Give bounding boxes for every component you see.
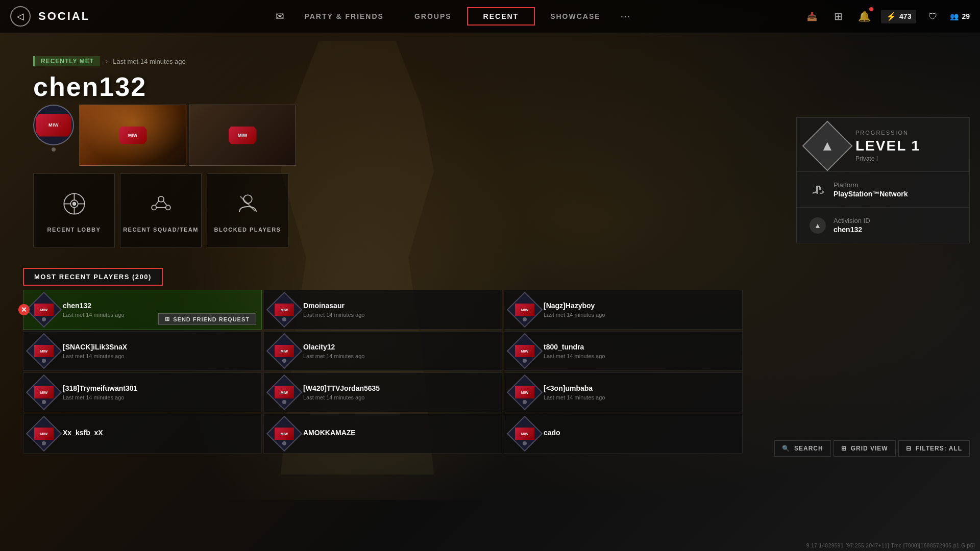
player-row[interactable]: MIW Olacity12 Last met 14 minutes ago bbox=[263, 331, 502, 371]
avatar-diamond: MIW bbox=[507, 333, 543, 369]
player-row[interactable]: MIW AMOKKAMAZE bbox=[263, 414, 502, 454]
last-met-time: Last met 14 minutes ago bbox=[113, 58, 185, 65]
shield-icon[interactable]: 🛡 bbox=[924, 7, 942, 26]
platform-section: Platform PlayStation™Network bbox=[797, 172, 969, 208]
inbox-icon[interactable]: 📥 bbox=[803, 7, 821, 26]
player-row[interactable]: MIW Xx_ksfb_xX bbox=[23, 414, 262, 454]
thumbnail-inner-1: MIW bbox=[80, 105, 186, 165]
right-toolbar: 🔍 SEARCH ⊞ GRID VIEW ⊟ FILTERS: ALL bbox=[774, 440, 970, 457]
player-row[interactable]: MIW t800_tundra Last met 14 minutes ago bbox=[504, 331, 743, 371]
currency-display: ⚡ 473 bbox=[881, 10, 916, 23]
avatar-mw-logo: MIW bbox=[34, 386, 54, 398]
player-avatar: MIW bbox=[512, 421, 537, 446]
currency-amount: 473 bbox=[899, 12, 911, 20]
progression-panel: ▲ PROGRESSION LEVEL 1 Private I Platform… bbox=[796, 117, 970, 243]
progression-level: LEVEL 1 bbox=[855, 138, 957, 154]
progression-header: ▲ PROGRESSION LEVEL 1 Private I bbox=[797, 118, 969, 172]
player-row-name: AMOKKAMAZE bbox=[303, 429, 494, 437]
nav-extra-icon[interactable]: ⋯ bbox=[616, 7, 634, 26]
player-row[interactable]: MIW [318]Trymeifuwant301 Last met 14 min… bbox=[23, 372, 262, 412]
search-label: SEARCH bbox=[794, 445, 823, 452]
player-row[interactable]: MIW Dmoinasaur Last met 14 minutes ago bbox=[263, 290, 502, 330]
grid-icon[interactable]: ⊞ bbox=[829, 7, 847, 26]
player-row[interactable]: MIW [W420]TTVJordan5635 Last met 14 minu… bbox=[263, 372, 502, 412]
game-thumbnail-2[interactable]: MIW bbox=[189, 105, 296, 166]
avatar-area: MIW bbox=[33, 105, 74, 154]
progression-info: PROGRESSION LEVEL 1 Private I bbox=[855, 130, 957, 162]
player-row-name: t800_tundra bbox=[544, 343, 734, 351]
avatar-mw-logo: MIW bbox=[34, 428, 54, 440]
player-row-name: [<3on]umbaba bbox=[544, 384, 734, 392]
player-status-dot bbox=[282, 400, 286, 404]
friend-request-icon: ⊞ bbox=[165, 316, 170, 322]
activision-icon: ▲ bbox=[810, 217, 826, 234]
deselect-button[interactable]: ✕ bbox=[18, 304, 30, 315]
game-thumbnail-1[interactable]: MIW bbox=[79, 105, 186, 166]
player-status-dot bbox=[282, 359, 286, 363]
player-row[interactable]: MIW [Nagz]Hazyboy Last met 14 minutes ag… bbox=[504, 290, 743, 330]
nav-groups[interactable]: GROUPS bbox=[399, 8, 467, 24]
player-row[interactable]: MIW [SNACK]iLik3SnaX Last met 14 minutes… bbox=[23, 331, 262, 371]
player-info: t800_tundra Last met 14 minutes ago bbox=[544, 343, 734, 359]
progression-rank: Private I bbox=[855, 155, 957, 162]
avatar-mw-logo: MIW bbox=[34, 345, 54, 357]
player-avatar: MIW bbox=[272, 380, 297, 405]
nav-recent[interactable]: RECENT bbox=[467, 7, 535, 26]
nav-party-friends[interactable]: PARTY & FRIENDS bbox=[289, 8, 399, 24]
player-row[interactable]: MIW [<3on]umbaba Last met 14 minutes ago bbox=[504, 372, 743, 412]
progression-label: PROGRESSION bbox=[855, 130, 957, 136]
search-button[interactable]: 🔍 SEARCH bbox=[774, 440, 831, 457]
player-row-time: Last met 14 minutes ago bbox=[303, 312, 494, 318]
notification-icon[interactable]: 🔔 bbox=[855, 7, 873, 26]
avatar-diamond: MIW bbox=[507, 374, 543, 411]
player-status-dot bbox=[42, 400, 46, 404]
player-avatar: MIW bbox=[272, 421, 297, 446]
player-info: Olacity12 Last met 14 minutes ago bbox=[303, 343, 494, 359]
player-count-display: 👥 29 bbox=[950, 12, 970, 20]
player-row-name: Olacity12 bbox=[303, 343, 494, 351]
playstation-icon bbox=[810, 182, 826, 198]
grid-view-button[interactable]: ⊞ GRID VIEW bbox=[834, 440, 896, 457]
action-blocked-players[interactable]: BLOCKED PLAYERS bbox=[207, 173, 288, 247]
player-status-dot bbox=[42, 317, 46, 321]
svg-point-13 bbox=[243, 195, 252, 204]
player-row-name: chen132 bbox=[63, 302, 254, 310]
action-recent-lobby[interactable]: RECENT LOBBY bbox=[33, 173, 115, 247]
nav-messages-icon[interactable]: ✉ bbox=[271, 7, 289, 26]
player-row-time: Last met 14 minutes ago bbox=[544, 312, 734, 318]
activision-label: Activision ID bbox=[834, 217, 870, 224]
svg-point-8 bbox=[152, 205, 156, 210]
player-status-dot bbox=[42, 359, 46, 363]
avatar-diamond: MIW bbox=[266, 292, 303, 328]
svg-point-9 bbox=[165, 205, 170, 210]
avatar-diamond: MIW bbox=[507, 416, 543, 452]
most-recent-tab[interactable]: MOST RECENT PLAYERS (200) bbox=[23, 268, 163, 286]
recent-squad-label: RECENT SQUAD/TEAM bbox=[123, 227, 199, 233]
section-header: MOST RECENT PLAYERS (200) bbox=[23, 268, 766, 286]
action-recent-squad[interactable]: RECENT SQUAD/TEAM bbox=[120, 173, 202, 247]
filters-button[interactable]: ⊟ FILTERS: ALL bbox=[898, 440, 970, 457]
svg-point-6 bbox=[72, 202, 76, 205]
player-status-dot bbox=[282, 317, 286, 321]
svg-line-14 bbox=[240, 196, 255, 211]
send-friend-request-button[interactable]: ⊞ SEND FRIEND REQUEST bbox=[158, 313, 256, 325]
avatar-diamond: MIW bbox=[266, 333, 303, 369]
platform-value: PlayStation™Network bbox=[834, 190, 908, 198]
activision-value: chen132 bbox=[834, 226, 870, 234]
back-button[interactable]: ◁ bbox=[10, 6, 31, 27]
player-count-number: 29 bbox=[962, 12, 970, 20]
player-row[interactable]: MIW cado bbox=[504, 414, 743, 454]
avatar-diamond: MIW bbox=[26, 333, 62, 369]
player-row[interactable]: ✕ MIW chen132 Last met 14 minutes ago ⊞ … bbox=[23, 290, 262, 330]
friend-request-label: SEND FRIEND REQUEST bbox=[173, 316, 250, 322]
player-status-dot bbox=[42, 441, 46, 445]
game-thumbnails: MIW MIW bbox=[79, 105, 296, 166]
player-row-name: Xx_ksfb_xX bbox=[63, 429, 254, 437]
player-row-name: Dmoinasaur bbox=[303, 302, 494, 310]
thumbnail-inner-2: MIW bbox=[189, 105, 296, 165]
avatar-diamond: MIW bbox=[266, 416, 303, 452]
filters-icon: ⊟ bbox=[906, 445, 912, 452]
avatar-mw-logo: MIW bbox=[515, 304, 534, 316]
nav-showcase[interactable]: SHOWCASE bbox=[535, 8, 616, 24]
player-avatar: MIW bbox=[512, 297, 537, 322]
